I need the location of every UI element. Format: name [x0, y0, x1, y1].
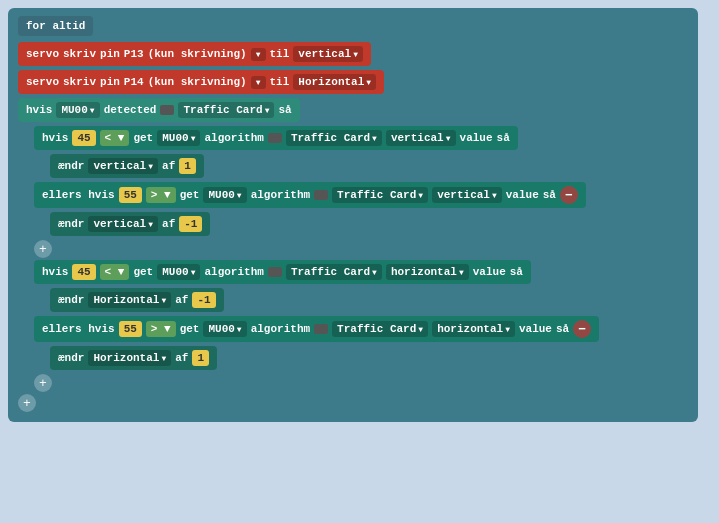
if-block1-section: hvis 45 < ▼ get MU00 algorithm Traffic C… — [34, 126, 688, 258]
ellers2-num: 55 — [119, 321, 142, 337]
if1-axis-dropdown[interactable]: vertical — [386, 130, 456, 146]
servo2-keyword: servo — [26, 76, 59, 88]
aendr1-axis-dropdown[interactable]: vertical — [88, 158, 158, 174]
ellers2-block: ellers hvis 55 > ▼ get MU00 algorithm Tr… — [34, 316, 599, 342]
if1-algorithm: algorithm — [204, 132, 263, 144]
servo1-row: servo skriv pin P13 (kun skrivning) til … — [18, 42, 688, 66]
if2-num: 45 — [72, 264, 95, 280]
plus1-row: + — [34, 240, 688, 258]
if2-mu00-dropdown[interactable]: MU00 — [157, 264, 200, 280]
ellers1-value: value — [506, 189, 539, 201]
ellers2-mu00-dropdown[interactable]: MU00 — [203, 321, 246, 337]
aendr1-af: af — [162, 160, 175, 172]
if2-keyword: hvis — [42, 266, 68, 278]
hvis-main-block: hvis MU00 detected Traffic Card så — [18, 98, 300, 122]
if2-saa: så — [510, 266, 523, 278]
if1-num: 45 — [72, 130, 95, 146]
for-altid-block: for altid — [18, 16, 93, 36]
if1-mu00-dropdown[interactable]: MU00 — [157, 130, 200, 146]
ellers1-saa: så — [543, 189, 556, 201]
servo1-block: servo skriv pin P13 (kun skrivning) til … — [18, 42, 371, 66]
aendr1-num: 1 — [179, 158, 196, 174]
ellers2-saa: så — [556, 323, 569, 335]
if1-value: value — [460, 132, 493, 144]
if1-keyword: hvis — [42, 132, 68, 144]
if2-value: value — [473, 266, 506, 278]
ellers2-value: value — [519, 323, 552, 335]
servo2-axis-dropdown[interactable]: Horizontal — [293, 74, 376, 90]
aendr2-af: af — [162, 218, 175, 230]
plus2-row: + — [34, 374, 688, 392]
if-block2-section: hvis 45 < ▼ get MU00 algorithm Traffic C… — [34, 260, 688, 392]
ellers2-card-icon — [314, 324, 328, 334]
if2-axis-dropdown[interactable]: horizontal — [386, 264, 469, 280]
aendr1-keyword: ændr — [58, 160, 84, 172]
servo1-pin: pin — [100, 48, 120, 60]
if2-op: < ▼ — [100, 264, 130, 280]
ellers1-mu00-dropdown[interactable]: MU00 — [203, 187, 246, 203]
ellers2-op: > ▼ — [146, 321, 176, 337]
aendr1-block: ændr vertical af 1 — [50, 154, 204, 178]
if2-card-icon — [268, 267, 282, 277]
if2-row: hvis 45 < ▼ get MU00 algorithm Traffic C… — [34, 260, 688, 284]
servo2-pin: pin — [100, 76, 120, 88]
if1-get: get — [133, 132, 153, 144]
servo2-pin-num: P14 — [124, 76, 144, 88]
ellers2-card-dropdown[interactable]: Traffic Card — [332, 321, 428, 337]
ellers1-num: 55 — [119, 187, 142, 203]
servo1-keyword: servo — [26, 48, 59, 60]
ellers1-axis-dropdown[interactable]: vertical — [432, 187, 502, 203]
aendr4-axis-dropdown[interactable]: Horizontal — [88, 350, 171, 366]
aendr4-af: af — [175, 352, 188, 364]
aendr3-axis-dropdown[interactable]: Horizontal — [88, 292, 171, 308]
card-icon — [160, 105, 174, 115]
add-else2-button[interactable]: + — [34, 374, 52, 392]
servo2-block: servo skriv pin P14 (kun skrivning) til … — [18, 70, 384, 94]
if2-card-dropdown[interactable]: Traffic Card — [286, 264, 382, 280]
servo1-axis-dropdown[interactable]: vertical — [293, 46, 363, 62]
aendr3-af: af — [175, 294, 188, 306]
ellers2-keyword: ellers hvis — [42, 323, 115, 335]
if2-algorithm: algorithm — [204, 266, 263, 278]
servo2-row: servo skriv pin P14 (kun skrivning) til … — [18, 70, 688, 94]
servo1-kun-dropdown[interactable] — [251, 48, 266, 61]
hvis-keyword: hvis — [26, 104, 52, 116]
aendr2-num: -1 — [179, 216, 202, 232]
aendr2-axis-dropdown[interactable]: vertical — [88, 216, 158, 232]
for-altid-label: for altid — [26, 20, 85, 32]
if1-block: hvis 45 < ▼ get MU00 algorithm Traffic C… — [34, 126, 518, 150]
ellers1-block: ellers hvis 55 > ▼ get MU00 algorithm Tr… — [34, 182, 586, 208]
aendr3-keyword: ændr — [58, 294, 84, 306]
if1-card-icon — [268, 133, 282, 143]
aendr3-num: -1 — [192, 292, 215, 308]
aendr3-row: ændr Horizontal af -1 — [50, 288, 688, 312]
plus-bottom-row: + — [18, 394, 688, 412]
add-bottom-button[interactable]: + — [18, 394, 36, 412]
ellers1-row: ellers hvis 55 > ▼ get MU00 algorithm Tr… — [34, 182, 688, 208]
remove-else2-button[interactable]: − — [573, 320, 591, 338]
ellers1-keyword: ellers hvis — [42, 189, 115, 201]
aendr4-row: ændr Horizontal af 1 — [50, 346, 688, 370]
aendr4-keyword: ændr — [58, 352, 84, 364]
ellers1-card-dropdown[interactable]: Traffic Card — [332, 187, 428, 203]
aendr4-block: ændr Horizontal af 1 — [50, 346, 217, 370]
ellers2-get: get — [180, 323, 200, 335]
traffic-card-dropdown[interactable]: Traffic Card — [178, 102, 274, 118]
ellers1-card-icon — [314, 190, 328, 200]
if1-saa: så — [497, 132, 510, 144]
aendr2-keyword: ændr — [58, 218, 84, 230]
if2-block: hvis 45 < ▼ get MU00 algorithm Traffic C… — [34, 260, 531, 284]
aendr3-block: ændr Horizontal af -1 — [50, 288, 224, 312]
ellers1-algorithm: algorithm — [251, 189, 310, 201]
saa-label: så — [278, 104, 291, 116]
remove-else1-button[interactable]: − — [560, 186, 578, 204]
servo2-kun-dropdown[interactable] — [251, 76, 266, 89]
ellers2-algorithm: algorithm — [251, 323, 310, 335]
mu00-dropdown[interactable]: MU00 — [56, 102, 99, 118]
servo1-write: skriv — [63, 48, 96, 60]
if1-card-dropdown[interactable]: Traffic Card — [286, 130, 382, 146]
servo1-pin-num: P13 — [124, 48, 144, 60]
servo1-til: til — [270, 48, 290, 60]
add-else1-button[interactable]: + — [34, 240, 52, 258]
ellers2-axis-dropdown[interactable]: horizontal — [432, 321, 515, 337]
